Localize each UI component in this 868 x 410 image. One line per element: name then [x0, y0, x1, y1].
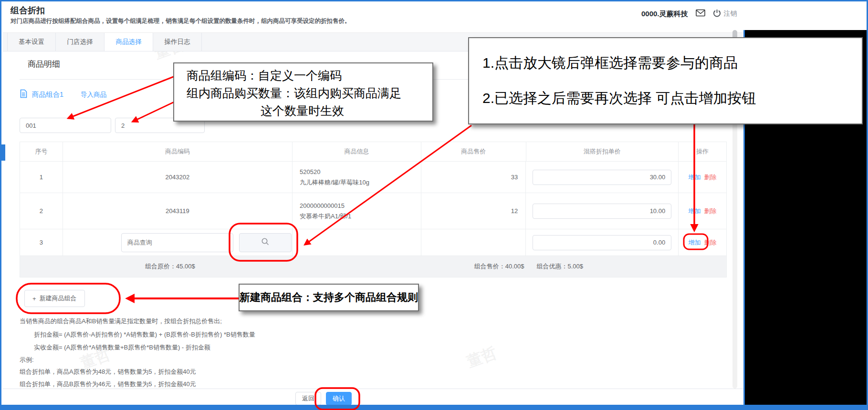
divider	[3, 389, 743, 389]
page-title: 组合折扣	[10, 5, 45, 16]
note-line: 组合折扣单，商品A原售价为48元，销售数量为5，折扣金额40元	[20, 368, 196, 376]
left-edge-marker	[1, 144, 5, 161]
info-name: 九儿棒棒糖/罐/草莓味10g	[300, 177, 369, 188]
totals-row: 组合原价：45.00$ 组合售价：40.00$ 组合优惠：5.00$	[20, 256, 726, 277]
cell-seq: 1	[20, 162, 63, 193]
group-name-tab[interactable]: 商品组合1	[32, 90, 63, 99]
col-header-info: 商品信息	[293, 142, 421, 161]
document-icon	[20, 89, 27, 100]
total-original: 组合原价：45.00$	[145, 262, 195, 271]
total-saving: 组合优惠：5.00$	[536, 262, 583, 271]
tab-store-selection[interactable]: 门店选择	[56, 33, 105, 51]
account-name: 0000.灵蕨科技	[641, 10, 688, 19]
discount-price-input[interactable]	[533, 235, 671, 250]
table-row: 1 2043202 520520九儿棒棒糖/罐/草莓味10g 33 增加 删除	[20, 162, 726, 193]
tab-operation-log[interactable]: 操作日志	[153, 33, 202, 51]
envelope-icon[interactable]	[696, 9, 705, 19]
add-button[interactable]: 增加	[689, 238, 701, 247]
cell-code: 2043119	[63, 193, 293, 229]
discount-price-input[interactable]	[533, 204, 671, 219]
col-header-seq: 序号	[20, 142, 63, 161]
note-line: 实收金额= (A原售价*A销售数量+B原售价*B销售数量) - 折扣金额	[34, 343, 210, 352]
cell-price: 33	[421, 162, 526, 193]
watermark: 董哲	[464, 342, 500, 372]
tab-product-selection[interactable]: 商品选择	[105, 33, 153, 51]
group-code-input[interactable]	[20, 118, 111, 133]
cell-info: 520520九儿棒棒糖/罐/草莓味10g	[293, 162, 421, 193]
col-header-ops: 操作	[679, 142, 726, 161]
callout-line: 1.点击放大镜后弹框选择需要参与的商品	[482, 53, 848, 73]
callout-line: 新建商品组合：支持多个商品组合规则	[240, 290, 418, 305]
cell-code: 2043202	[63, 162, 293, 193]
col-header-code: 商品编码	[63, 142, 293, 161]
note-line: 折扣金额= (A原售价-A折扣售价) *A销售数量) + (B原售价-B折扣售价…	[34, 330, 255, 339]
note-line: 示例:	[20, 356, 34, 364]
callout-group-inputs: 商品组编码：自定义一个编码 组内商品购买数量：该组内购买商品满足 这个数量时生效	[173, 62, 433, 122]
app-window: 董哲 董哲 董哲 董哲 董哲 董哲 董哲 组合折扣 对门店商品进行按组搭配组合商…	[0, 0, 868, 410]
import-products-link[interactable]: 导入商品	[81, 91, 106, 99]
user-cluster: 0000.灵蕨科技 注销	[641, 9, 737, 19]
callout-line: 这个数量时生效	[187, 102, 432, 120]
info-name: 安慕希牛奶A1/部/1	[300, 211, 351, 222]
callout-select-products: 1.点击放大镜后弹框选择需要参与的商品 2.已选择之后需要再次选择 可点击增加按…	[468, 37, 863, 124]
callout-new-group: 新建商品组合：支持多个商品组合规则	[239, 284, 419, 311]
power-icon	[713, 9, 721, 19]
callout-line: 商品组编码：自定义一个编码	[187, 67, 432, 84]
new-group-label: 新建商品组合	[40, 294, 77, 303]
confirm-button[interactable]: 确认	[326, 392, 352, 405]
tab-basic-settings[interactable]: 基本设置	[7, 33, 56, 51]
cell-seq: 2	[20, 193, 63, 229]
logout-label: 注销	[724, 10, 737, 18]
add-button[interactable]: 增加	[689, 207, 701, 215]
cell-seq: 3	[20, 229, 63, 256]
plus-icon: +	[32, 295, 36, 302]
table-header-row: 序号 商品编码 商品信息 商品售价 混搭折扣单价 操作	[20, 142, 726, 162]
col-header-price: 商品售价	[421, 142, 526, 161]
magnifier-icon	[261, 237, 270, 247]
note-line: 组合折扣单，商品B原售价为46元，销售数量为5，折扣金额40元	[20, 380, 196, 389]
add-button[interactable]: 增加	[689, 173, 701, 182]
cell-price	[421, 229, 526, 256]
window-bottom-edge	[1, 405, 868, 410]
cell-info	[293, 229, 421, 256]
product-search-input[interactable]	[121, 233, 233, 252]
app-header: 组合折扣 对门店商品进行按组搭配组合商品，设置每个组满足梳理，销售满足每个组设置…	[3, 1, 743, 32]
delete-button[interactable]: 删除	[704, 238, 717, 247]
table-row: 2 2043119 2000000000015安慕希牛奶A1/部/1 12 增加…	[20, 193, 726, 229]
product-table: 序号 商品编码 商品信息 商品售价 混搭折扣单价 操作 1 2043202 52…	[20, 142, 727, 277]
discount-price-input[interactable]	[533, 170, 671, 185]
col-header-discount: 混搭折扣单价	[526, 142, 679, 161]
callout-line: 2.已选择之后需要再次选择 可点击增加按钮	[482, 89, 848, 108]
delete-button[interactable]: 删除	[704, 173, 717, 182]
total-sale: 组合售价：40.00$	[474, 262, 524, 271]
page-subtitle: 对门店商品进行按组搭配组合商品，设置每个组满足梳理，销售满足每个组设置的数量条件…	[10, 17, 351, 25]
logout-button[interactable]: 注销	[713, 9, 737, 19]
callout-line: 组内商品购买数量：该组内购买商品满足	[187, 84, 432, 102]
cell-info: 2000000000015安慕希牛奶A1/部/1	[293, 193, 421, 229]
delete-button[interactable]: 删除	[704, 207, 717, 215]
info-barcode: 2000000000015	[300, 201, 351, 211]
table-row: 3 增加 删除	[20, 229, 726, 256]
info-barcode: 520520	[300, 167, 369, 177]
back-button[interactable]: 返回	[295, 392, 321, 405]
new-product-group-button[interactable]: + 新建商品组合	[24, 290, 85, 307]
section-title: 商品明细	[28, 59, 60, 70]
note-line: 当销售商品的组合商品A和B销售量满足指定数量时，按组合折扣总价售出;	[20, 317, 222, 326]
cell-price: 12	[421, 193, 526, 229]
search-button[interactable]	[239, 233, 292, 252]
